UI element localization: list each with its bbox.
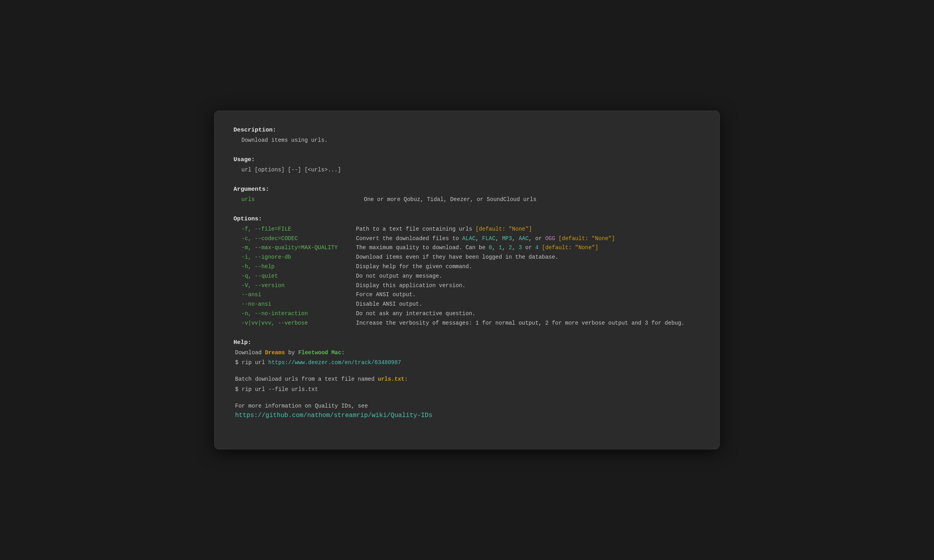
codec-ogg: OGG [545, 235, 555, 242]
urls-txt-highlight: urls.txt [378, 376, 404, 382]
option-verbose: -v|vv|vvv, --verbose Increase the verbos… [234, 319, 700, 328]
description-header: Description: [234, 127, 700, 133]
default-quality: [default: "None"] [542, 244, 599, 251]
default-file: [default: "None"] [475, 226, 532, 232]
option-desc-no-ansi: Disable ANSI output. [356, 300, 700, 309]
option-desc-ignore-db: Download items even if they have been lo… [356, 253, 700, 262]
option-desc-quality: The maximum quality to download. Can be … [356, 243, 700, 253]
help-example-2-label: Batch download urls from a text file nam… [234, 375, 700, 384]
dreams-highlight: Dreams [265, 350, 285, 356]
args-row: urls One or more Qobuz, Tidal, Deezer, o… [234, 195, 700, 205]
option-key-no-interaction: -n, --no-interaction [234, 309, 356, 319]
option-desc-file: Path to a text file containing urls [def… [356, 225, 700, 234]
terminal-window: Description: Download items using urls. … [214, 111, 720, 449]
option-key-ignore-db: -i, --ignore-db [234, 253, 356, 262]
help-info-text: For more information on Quality IDs, see [234, 402, 700, 411]
help-example-1-cmd: $ rip url https://www.deezer.com/en/trac… [234, 358, 700, 368]
help-example-2-cmd: $ rip url --file urls.txt [234, 385, 700, 395]
option-ignore-db: -i, --ignore-db Download items even if t… [234, 253, 700, 262]
option-key-codec: -c, --codec=CODEC [234, 234, 356, 244]
option-key-ansi: --ansi [234, 290, 356, 300]
option-version: -V, --version Display this application v… [234, 281, 700, 291]
option-key-quality: -m, --max-quality=MAX-QUALITY [234, 243, 356, 253]
option-desc-codec: Convert the downloaded files to ALAC, FL… [356, 234, 700, 244]
option-codec: -c, --codec=CODEC Convert the downloaded… [234, 234, 700, 244]
usage-header: Usage: [234, 156, 700, 163]
option-quiet: -q, --quiet Do not output any message. [234, 272, 700, 281]
option-key-no-ansi: --no-ansi [234, 300, 356, 309]
args-desc-urls: One or more Qobuz, Tidal, Deezer, or Sou… [364, 195, 537, 205]
args-key-urls: urls [241, 195, 364, 205]
option-key-version: -V, --version [234, 281, 356, 291]
codec-alac: ALAC [462, 235, 476, 242]
codec-flac: FLAC [482, 235, 495, 242]
description-section: Description: Download items using urls. [234, 127, 700, 145]
option-desc-quiet: Do not output any message. [356, 272, 700, 281]
deezer-url: https://www.deezer.com/en/track/63480987 [268, 359, 401, 366]
option-desc-help: Display help for the given command. [356, 262, 700, 272]
option-help: -h, --help Display help for the given co… [234, 262, 700, 272]
option-key-file: -f, --file=FILE [234, 225, 356, 234]
help-section: Help: Download Dreams by Fleetwood Mac: … [234, 339, 700, 419]
option-desc-version: Display this application version. [356, 281, 700, 291]
option-desc-no-interaction: Do not ask any interactive question. [356, 309, 700, 319]
usage-section: Usage: url [options] [--] [<urls>...] [234, 156, 700, 175]
option-file: -f, --file=FILE Path to a text file cont… [234, 225, 700, 234]
quality-3: 3 [519, 244, 522, 251]
help-link-container: https://github.com/nathom/streamrip/wiki… [234, 412, 700, 419]
codec-aac: AAC [519, 235, 529, 242]
fleetwood-highlight: Fleetwood Mac [298, 350, 341, 356]
option-key-quiet: -q, --quiet [234, 272, 356, 281]
option-key-help: -h, --help [234, 262, 356, 272]
quality-4: 4 [535, 244, 539, 251]
help-example-1-label: Download Dreams by Fleetwood Mac: [234, 348, 700, 358]
option-ansi: --ansi Force ANSI output. [234, 290, 700, 300]
quality-ids-link[interactable]: https://github.com/nathom/streamrip/wiki… [235, 412, 432, 419]
option-no-ansi: --no-ansi Disable ANSI output. [234, 300, 700, 309]
quality-2: 2 [509, 244, 512, 251]
option-desc-ansi: Force ANSI output. [356, 290, 700, 300]
dollar-sign-2: $ rip url --file urls.txt [235, 386, 318, 393]
dollar-sign-1: $ rip url [235, 359, 268, 366]
arguments-header: Arguments: [234, 186, 700, 193]
quality-1: 1 [499, 244, 502, 251]
option-desc-verbose: Increase the verbosity of messages: 1 fo… [356, 319, 700, 328]
options-section: Options: -f, --file=FILE Path to a text … [234, 216, 700, 328]
help-header: Help: [234, 339, 700, 346]
option-key-verbose: -v|vv|vvv, --verbose [234, 319, 356, 328]
arguments-section: Arguments: urls One or more Qobuz, Tidal… [234, 186, 700, 205]
default-codec: [default: "None"] [559, 235, 615, 242]
codec-mp3: MP3 [502, 235, 512, 242]
option-no-interaction: -n, --no-interaction Do not ask any inte… [234, 309, 700, 319]
quality-0: 0 [489, 244, 492, 251]
usage-text: url [options] [--] [<urls>...] [234, 165, 700, 175]
option-quality: -m, --max-quality=MAX-QUALITY The maximu… [234, 243, 700, 253]
description-text: Download items using urls. [234, 136, 700, 145]
options-header: Options: [234, 216, 700, 222]
